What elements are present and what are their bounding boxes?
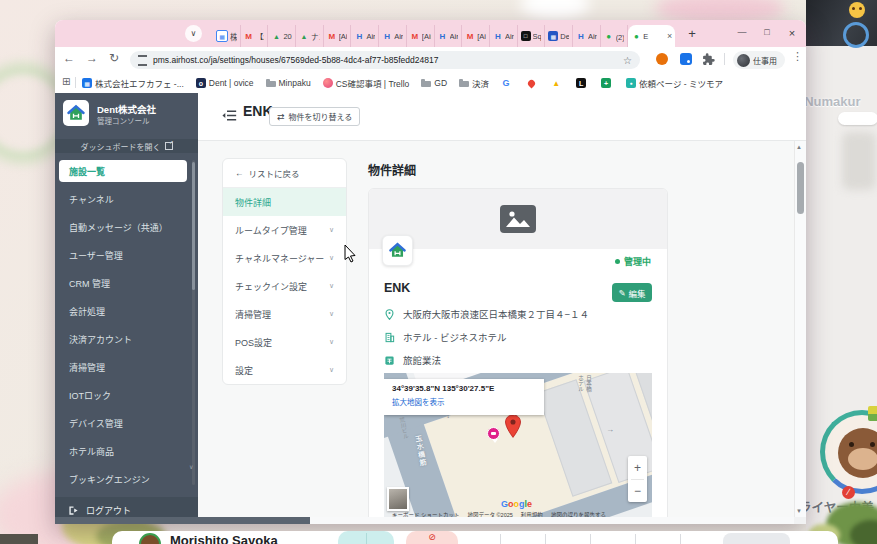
sidebar-scroll-thumb[interactable] [192, 162, 195, 290]
map-pin-icon[interactable] [504, 414, 522, 443]
bookmark-item[interactable]: Dent | ovice [196, 78, 254, 88]
map-info-box: 34°39'35.8"N 135°30'27.5"E 拡大地図を表示 [384, 379, 544, 415]
browser-tab[interactable]: AirHo × [379, 25, 407, 47]
subnav-item[interactable]: 清掃管理 ∨ [223, 300, 346, 328]
sidebar-item[interactable]: ホテル商品 [59, 437, 189, 465]
new-tab-button[interactable]: + [684, 26, 700, 42]
subnav-item[interactable]: 設定 ∨ [223, 356, 346, 384]
back-button[interactable]: ← [63, 51, 75, 65]
sidebar-item[interactable]: 会計処理 [59, 297, 189, 325]
sidebar-item[interactable]: IOTロック [59, 381, 189, 409]
scroll-thumb[interactable] [797, 162, 804, 214]
bookmark-item[interactable]: CS確認事項 | Trello [323, 77, 410, 89]
tab-search-chevron-icon[interactable]: ∨ [185, 25, 202, 42]
url-text[interactable]: pms.airhost.co/ja/settings/houses/67569d… [153, 55, 617, 65]
meet-approve-button[interactable] [338, 531, 394, 544]
browser-tab[interactable]: [Airho × [324, 25, 352, 47]
menu-fold-icon[interactable] [222, 108, 237, 126]
address-bar[interactable]: pms.airhost.co/ja/settings/houses/67569d… [130, 51, 640, 69]
tab-favicon [327, 31, 337, 41]
sidebar-item[interactable]: デバイス管理 [59, 409, 189, 437]
bookmark-item[interactable] [601, 78, 614, 88]
window-close-button[interactable]: × [783, 27, 801, 41]
browser-window: ∨ 株式会 × 【2025 × 20250 × [55, 20, 806, 524]
bookmark-item[interactable] [576, 78, 589, 88]
bookmark-star-icon[interactable]: ☆ [623, 55, 632, 66]
meet-separator [590, 534, 591, 544]
bookmark-item[interactable]: 株式会社エフカフェ -... [82, 77, 184, 89]
bookmark-favicon [266, 78, 276, 88]
subnav-item[interactable]: POS設定 ∨ [223, 328, 346, 356]
scroll-up-icon[interactable]: ▲ [796, 144, 802, 150]
subnav-item[interactable]: 物件詳細 ∨ [223, 188, 346, 216]
browser-tab[interactable]: 【2025 × [241, 25, 269, 47]
sidebar-item[interactable]: CRM 管理 [59, 269, 189, 297]
bookmark-item[interactable]: 決済 [459, 77, 489, 89]
switch-property-button[interactable]: ⇄ 物件を切り替える [269, 107, 360, 126]
horizontal-scroll-thumb[interactable] [55, 517, 310, 524]
street-view-thumbnail[interactable] [387, 487, 409, 511]
browser-tab[interactable]: 株式会 × [213, 25, 241, 47]
minimize-button[interactable]: — [733, 27, 751, 41]
subnav-item[interactable]: チャネルマネージャー ∨ [223, 244, 346, 272]
bookmark-item[interactable]: Minpaku [266, 78, 311, 88]
browser-tab[interactable]: Squar × [518, 25, 546, 47]
reload-button[interactable]: ↻ [109, 51, 119, 65]
bookmark-item[interactable] [551, 78, 564, 88]
bookmark-item[interactable] [501, 78, 514, 88]
maximize-button[interactable]: □ [758, 27, 776, 41]
browser-tab[interactable]: AirHo × [351, 25, 379, 47]
browser-tab[interactable]: E × [628, 25, 675, 47]
back-to-list-link[interactable]: ← リストに戻る [223, 159, 346, 188]
sidebar-item[interactable]: ユーザー管理 [59, 241, 189, 269]
extension-icon[interactable] [680, 53, 692, 65]
sidebar-item[interactable]: 清掃管理 [59, 353, 189, 381]
apps-grid-icon[interactable]: ⊞ [62, 76, 70, 87]
lodging-poi-marker[interactable] [487, 427, 500, 440]
bookmark-item[interactable] [526, 78, 539, 88]
logout-icon [68, 505, 79, 516]
bookmark-list: 株式会社エフカフェ -... Dent | ovice Minpaku CS確認… [82, 75, 723, 91]
browser-tab[interactable]: AirHo × [573, 25, 601, 47]
open-dashboard-link[interactable]: ダッシュボードを開く [55, 139, 198, 153]
meet-mic-off-button[interactable]: ⊘ [406, 531, 458, 544]
browser-tab[interactable]: [Airho × [462, 25, 490, 47]
expand-map-link[interactable]: 拡大地図を表示 [392, 396, 536, 407]
sidebar-item[interactable]: ブッキングエンジン [59, 465, 189, 493]
meet-control[interactable] [723, 533, 790, 544]
tab-title: AirHo [394, 32, 403, 41]
sidebar-item[interactable]: チャンネル [59, 185, 189, 213]
scroll-down-icon[interactable]: ▼ [796, 508, 802, 514]
browser-profile-chip[interactable]: 仕事用 [733, 51, 785, 69]
browser-tab[interactable]: Dent × [545, 25, 573, 47]
sidebar-item[interactable]: 施設一覧 [59, 160, 187, 182]
zoom-out-button[interactable]: − [634, 485, 641, 497]
browser-tab[interactable]: ナンバ × [296, 25, 324, 47]
zoom-in-button[interactable]: + [634, 462, 641, 474]
tab-close-icon[interactable]: × [667, 31, 672, 41]
browser-tab[interactable]: (2)ダ × [601, 25, 629, 47]
sidebar-item[interactable]: 自動メッセージ（共通） [59, 213, 189, 241]
desktop-shadow [0, 534, 38, 544]
browser-tab[interactable]: AirHo × [435, 25, 463, 47]
bookmark-item[interactable]: 依頼ページ - ミツモア [626, 77, 723, 89]
browser-tab[interactable]: [Airho × [407, 25, 435, 47]
meet-separator [680, 534, 681, 544]
extension-icon[interactable] [656, 53, 668, 65]
browser-menu-icon[interactable]: ⋮ [792, 50, 803, 63]
sidebar-item[interactable]: 決済アカウント [59, 325, 189, 353]
site-settings-icon[interactable] [138, 55, 147, 66]
subnav-item[interactable]: チェックイン設定 ∨ [223, 272, 346, 300]
sidebar-scroll-down-icon[interactable]: ∨ [189, 463, 193, 470]
browser-tab[interactable]: 20250 × [268, 25, 296, 47]
bookmark-item[interactable]: GD [421, 78, 447, 88]
browser-tab[interactable]: AirHo × [490, 25, 518, 47]
extensions-puzzle-icon[interactable] [702, 52, 715, 70]
address-row: 大阪府大阪市浪速区日本橋東２丁目４−１４ [384, 307, 589, 321]
subnav-item[interactable]: ルームタイプ管理 ∨ [223, 216, 346, 244]
google-map[interactable]: 玉水橋筋 荒川ビル ホテル 日本橋 ↓ → 34°39'35.8"N 135°3… [384, 373, 652, 518]
edit-button[interactable]: ✎ 編集 [612, 283, 652, 302]
subnav-item-label: 清掃管理 [235, 308, 271, 321]
forward-button[interactable]: → [86, 51, 98, 65]
back-arrow-icon: ← [235, 168, 244, 178]
